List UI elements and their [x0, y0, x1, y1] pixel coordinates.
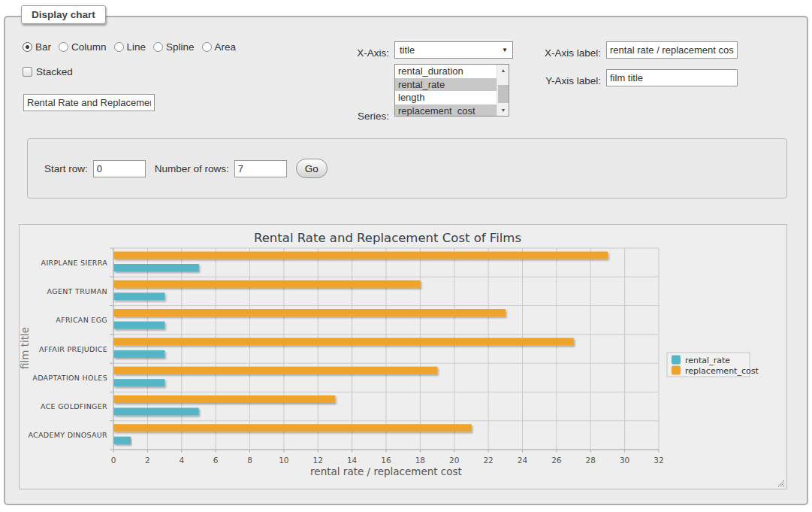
- series-option-replacement_cost[interactable]: replacement_cost: [395, 105, 497, 117]
- radio-label: Spline: [166, 41, 195, 53]
- series-option-rental_duration[interactable]: rental_duration: [395, 65, 497, 78]
- series-option-length[interactable]: length: [395, 91, 497, 105]
- stacked-checkbox-row[interactable]: Stacked: [23, 66, 73, 77]
- y-axis-label-input[interactable]: [606, 69, 738, 86]
- bar-replacement_cost-adaptation-holes[interactable]: [114, 367, 438, 374]
- scroll-down-icon[interactable]: ▼: [497, 105, 509, 116]
- x-tick-label: 12: [313, 456, 323, 465]
- scrollbar-thumb[interactable]: [498, 85, 509, 103]
- chart-type-radio-area[interactable]: Area: [202, 41, 237, 53]
- stacked-label: Stacked: [36, 66, 73, 77]
- x-tick-label: 18: [415, 456, 425, 465]
- bar-rental_rate-adaptation-holes[interactable]: [114, 379, 165, 386]
- x-tick-label: 22: [483, 456, 493, 465]
- series-listbox[interactable]: rental_durationrental_ratelengthreplacem…: [394, 64, 509, 117]
- bar-replacement_cost-affair-prejudice[interactable]: [114, 338, 574, 345]
- radio-label: Bar: [35, 41, 51, 53]
- radio-label: Area: [215, 41, 237, 53]
- x-axis-title: rental rate / replacement cost: [310, 465, 462, 477]
- number-of-rows-label: Number of rows:: [155, 163, 229, 174]
- legend-swatch-rental_rate[interactable]: [672, 356, 681, 365]
- legend-swatch-replacement_cost[interactable]: [672, 366, 681, 375]
- x-axis-selected-value: title: [400, 44, 415, 56]
- x-axis-label-input[interactable]: [606, 41, 738, 59]
- resize-handle-icon[interactable]: [777, 479, 785, 487]
- legend-item-rental_rate[interactable]: rental_rate: [685, 356, 730, 365]
- scroll-up-icon[interactable]: ▲: [497, 65, 509, 76]
- start-row-input[interactable]: [93, 160, 146, 177]
- number-of-rows-input[interactable]: [234, 160, 287, 177]
- chevron-down-icon: ▼: [502, 47, 508, 53]
- x-tick-label: 2: [145, 456, 150, 465]
- bar-rental_rate-agent-truman[interactable]: [114, 292, 165, 300]
- y-axis-label-label: Y-Axis label:: [526, 72, 601, 89]
- category-label: ACE GOLDFINGER: [41, 402, 107, 411]
- listbox-scrollbar[interactable]: ▲ ▼: [497, 65, 509, 116]
- bar-rental_rate-airplane-sierra[interactable]: [114, 264, 199, 271]
- x-axis-select[interactable]: title ▼: [394, 41, 513, 59]
- x-axis-select-label: X-Axis:: [315, 44, 389, 62]
- chart-type-radio-bar[interactable]: Bar: [23, 41, 51, 53]
- chart-type-radio-line[interactable]: Line: [114, 41, 146, 53]
- y-axis-title: film title: [20, 327, 31, 369]
- x-tick-label: 20: [449, 456, 459, 465]
- stacked-checkbox[interactable]: [23, 67, 32, 77]
- start-row-label: Start row:: [44, 163, 88, 174]
- x-tick-label: 24: [518, 456, 528, 465]
- bar-replacement_cost-african-egg[interactable]: [114, 309, 506, 317]
- x-tick-label: 8: [247, 456, 252, 465]
- go-button[interactable]: Go: [296, 159, 328, 178]
- radio-icon[interactable]: [114, 42, 124, 52]
- radio-icon[interactable]: [23, 42, 32, 52]
- panel-title: Display chart: [21, 5, 106, 24]
- bar-replacement_cost-academy-dinosaur[interactable]: [114, 424, 472, 432]
- chart-title: Rental Rate and Replacement Cost of Film…: [254, 231, 521, 245]
- category-label: AGENT TRUMAN: [47, 287, 107, 295]
- bar-replacement_cost-airplane-sierra[interactable]: [114, 252, 608, 259]
- chart-type-radio-spline[interactable]: Spline: [153, 41, 195, 53]
- x-tick-label: 4: [179, 456, 184, 465]
- category-label: AIRPLANE SIERRA: [41, 259, 108, 267]
- bar-chart: 02468101214161820222426283032AIRPLANE SI…: [20, 225, 786, 489]
- category-label: AFFAIR PREJUDICE: [39, 345, 107, 353]
- chart-title-input[interactable]: [23, 94, 155, 111]
- category-label: AFRICAN EGG: [56, 316, 107, 324]
- category-label: ADAPTATION HOLES: [32, 374, 107, 382]
- x-tick-label: 10: [279, 456, 288, 465]
- x-tick-label: 28: [586, 456, 596, 465]
- chart-type-radio-column[interactable]: Column: [59, 41, 107, 53]
- x-tick-label: 14: [347, 456, 358, 465]
- category-label: ACADEMY DINOSAUR: [28, 431, 107, 439]
- bar-replacement_cost-ace-goldfinger[interactable]: [114, 395, 336, 403]
- bar-rental_rate-affair-prejudice[interactable]: [114, 350, 165, 358]
- x-tick-label: 32: [654, 456, 663, 465]
- display-chart-page: Display chart BarColumnLineSplineArea St…: [0, 0, 812, 512]
- radio-icon[interactable]: [202, 42, 212, 52]
- rows-panel: Start row: Number of rows: Go: [27, 138, 787, 198]
- x-tick-label: 6: [213, 456, 219, 465]
- series-select-label: Series:: [315, 108, 389, 125]
- x-tick-label: 26: [551, 456, 562, 465]
- bar-rental_rate-african-egg[interactable]: [114, 322, 165, 329]
- x-tick-label: 16: [381, 456, 391, 465]
- x-tick-label: 0: [111, 456, 116, 465]
- x-tick-label: 30: [620, 456, 629, 465]
- radio-label: Line: [127, 41, 146, 53]
- radio-icon[interactable]: [59, 42, 68, 52]
- legend-item-replacement_cost[interactable]: replacement_cost: [685, 366, 759, 376]
- radio-icon[interactable]: [153, 42, 163, 52]
- x-axis-label-label: X-Axis label:: [526, 44, 601, 62]
- bar-rental_rate-ace-goldfinger[interactable]: [114, 407, 199, 415]
- chart-container: 02468101214161820222426283032AIRPLANE SI…: [19, 224, 787, 489]
- chart-type-group: BarColumnLineSplineArea: [23, 41, 236, 53]
- bar-rental_rate-academy-dinosaur[interactable]: [114, 437, 131, 444]
- radio-label: Column: [71, 41, 107, 53]
- series-option-rental_rate[interactable]: rental_rate: [395, 78, 497, 92]
- bar-replacement_cost-agent-truman[interactable]: [114, 280, 421, 288]
- series-options: rental_durationrental_ratelengthreplacem…: [395, 65, 497, 116]
